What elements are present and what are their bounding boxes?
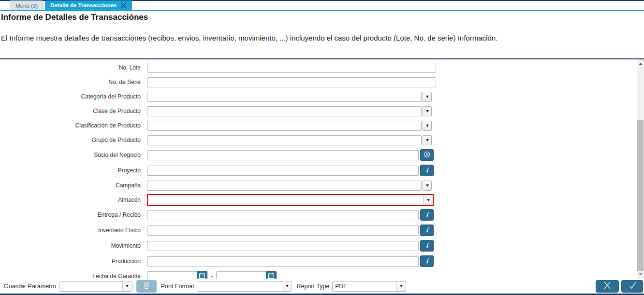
parameter-rows: No. Lote No. de Serie Categoría del Prod… bbox=[0, 59, 644, 279]
clase-de-producto-dropdown-button[interactable] bbox=[423, 106, 432, 116]
save-parameter-dropdown-button[interactable] bbox=[122, 281, 132, 291]
field-label-socio-del-negocio: Socio del Negocio bbox=[0, 152, 141, 158]
tab-menu[interactable]: Menú (3) bbox=[10, 0, 44, 10]
page-title: Informe de Detalles de Transacciónes bbox=[1, 13, 644, 22]
print-format-input[interactable] bbox=[197, 281, 282, 291]
grupo-de-producto-input[interactable] bbox=[147, 135, 422, 145]
no-de-serie-input[interactable] bbox=[147, 77, 436, 87]
record-lookup-icon bbox=[423, 257, 431, 266]
report-type-combobox bbox=[332, 281, 406, 292]
row-proyecto: Proyecto bbox=[0, 163, 644, 178]
report-type-label: Report Type bbox=[296, 283, 329, 290]
inventario-fisico-lookup-button[interactable] bbox=[420, 225, 434, 236]
campana-dropdown-button[interactable] bbox=[423, 181, 432, 191]
tab-detalle-label: Detalle de Transacciones bbox=[50, 2, 117, 8]
no-lote-input[interactable] bbox=[147, 63, 436, 73]
field-label-no-de-serie: No. de Serie bbox=[0, 79, 141, 85]
report-description: El Informe muestra detalles de transacci… bbox=[1, 33, 644, 42]
row-movimiento: Movimiento bbox=[0, 238, 644, 253]
row-entrega-recibo: Entrega / Recibo bbox=[0, 207, 644, 223]
calendar-icon bbox=[199, 272, 205, 279]
business-partner-icon bbox=[423, 151, 431, 160]
footer-bar: Guardar Parámetro Print Format Repor bbox=[0, 279, 644, 294]
field-label-almacen: Almacén bbox=[0, 197, 141, 203]
field-label-categoria-del-producto: Categoría del Producto bbox=[0, 93, 141, 100]
row-grupo-de-producto: Grupo de Producto bbox=[0, 133, 644, 147]
field-label-grupo-de-producto: Grupo de Producto bbox=[0, 137, 141, 143]
categoria-del-producto-dropdown-button[interactable] bbox=[423, 92, 432, 102]
scrollbar-down-arrow[interactable] bbox=[637, 271, 644, 278]
clasificacion-de-producto-dropdown-button[interactable] bbox=[423, 121, 432, 131]
field-label-fecha-de-garantia: Fecha de Garantía bbox=[0, 273, 141, 279]
save-parameter-input[interactable] bbox=[59, 281, 122, 291]
application-window: Menú (3) Detalle de Transacciones Inform… bbox=[0, 0, 644, 295]
print-format-dropdown-button[interactable] bbox=[282, 281, 292, 291]
field-label-proyecto: Proyecto bbox=[0, 167, 141, 174]
entrega-recibo-input[interactable] bbox=[147, 210, 419, 220]
field-label-produccion: Producción bbox=[0, 258, 141, 265]
chevron-down-icon bbox=[426, 96, 429, 98]
movimiento-lookup-button[interactable] bbox=[420, 240, 434, 252]
print-format-label: Print Format bbox=[161, 283, 194, 290]
field-label-campana: Campaña bbox=[0, 182, 141, 189]
tab-menu-label: Menú (3) bbox=[15, 3, 38, 9]
save-parameter-combobox bbox=[59, 281, 132, 292]
row-categoria-del-producto: Categoría del Producto bbox=[0, 89, 644, 104]
date-range-separator: - bbox=[211, 273, 213, 279]
cancel-x-icon bbox=[602, 281, 612, 291]
row-socio-del-negocio: Socio del Negocio bbox=[0, 147, 644, 163]
triangle-up-icon bbox=[639, 63, 643, 65]
row-no-lote: No. Lote bbox=[0, 60, 644, 75]
clase-de-producto-input[interactable] bbox=[147, 106, 422, 116]
socio-del-negocio-input[interactable] bbox=[147, 150, 419, 160]
clasificacion-de-producto-combobox bbox=[147, 121, 432, 131]
row-clase-de-producto: Clase de Producto bbox=[0, 104, 644, 118]
almacen-dropdown-button[interactable] bbox=[424, 195, 433, 205]
categoria-del-producto-input[interactable] bbox=[147, 92, 422, 102]
row-fecha-de-garantia: Fecha de Garantía - bbox=[0, 269, 644, 279]
scrollbar[interactable] bbox=[637, 59, 644, 279]
inventario-fisico-input[interactable] bbox=[147, 225, 419, 236]
record-lookup-icon bbox=[423, 241, 431, 251]
row-campana: Campaña bbox=[0, 178, 644, 193]
tab-detalle-de-transacciones[interactable]: Detalle de Transacciones bbox=[45, 0, 132, 10]
grupo-de-producto-dropdown-button[interactable] bbox=[423, 135, 432, 145]
delete-parameter-button[interactable] bbox=[136, 280, 157, 293]
fecha-garantia-desde-calendar-button[interactable] bbox=[197, 271, 207, 279]
fecha-garantia-desde-input[interactable] bbox=[147, 271, 197, 279]
chevron-down-icon bbox=[426, 184, 429, 187]
row-produccion: Producción bbox=[0, 253, 644, 269]
produccion-lookup-button[interactable] bbox=[420, 255, 434, 267]
cancel-button[interactable] bbox=[596, 280, 619, 293]
campana-input[interactable] bbox=[147, 181, 422, 191]
parameter-panel: No. Lote No. de Serie Categoría del Prod… bbox=[0, 58, 644, 279]
almacen-input[interactable] bbox=[148, 195, 424, 205]
report-type-dropdown-button[interactable] bbox=[396, 281, 406, 291]
field-label-movimiento: Movimiento bbox=[0, 242, 141, 249]
row-clasificacion-de-producto: Clasificación de Producto bbox=[0, 118, 644, 133]
fecha-garantia-hasta-calendar-button[interactable] bbox=[266, 271, 277, 279]
scrollbar-up-arrow[interactable] bbox=[637, 60, 644, 67]
socio-del-negocio-lookup-button[interactable] bbox=[420, 149, 434, 161]
trash-icon bbox=[143, 281, 150, 291]
grupo-de-producto-combobox bbox=[147, 135, 432, 145]
chevron-down-icon bbox=[126, 285, 129, 287]
scrollbar-thumb[interactable] bbox=[637, 120, 644, 271]
movimiento-input[interactable] bbox=[147, 241, 419, 251]
chevron-down-icon bbox=[427, 199, 430, 201]
row-almacen: Almacén bbox=[0, 193, 644, 207]
close-tab-icon[interactable] bbox=[120, 2, 127, 9]
entrega-recibo-lookup-button[interactable] bbox=[420, 209, 434, 221]
field-label-entrega-recibo: Entrega / Recibo bbox=[0, 211, 141, 218]
fecha-garantia-hasta-input[interactable] bbox=[216, 271, 266, 279]
produccion-input[interactable] bbox=[147, 256, 419, 267]
report-type-input[interactable] bbox=[333, 281, 396, 291]
almacen-combobox-error bbox=[147, 194, 434, 206]
clasificacion-de-producto-input[interactable] bbox=[147, 121, 422, 131]
proyecto-input[interactable] bbox=[147, 166, 419, 176]
row-inventario-fisico: Inventario Físico bbox=[0, 223, 644, 238]
chevron-down-icon bbox=[426, 139, 429, 141]
proyecto-lookup-button[interactable] bbox=[420, 165, 434, 176]
ok-button[interactable] bbox=[621, 280, 643, 293]
chevron-down-icon bbox=[286, 285, 289, 287]
